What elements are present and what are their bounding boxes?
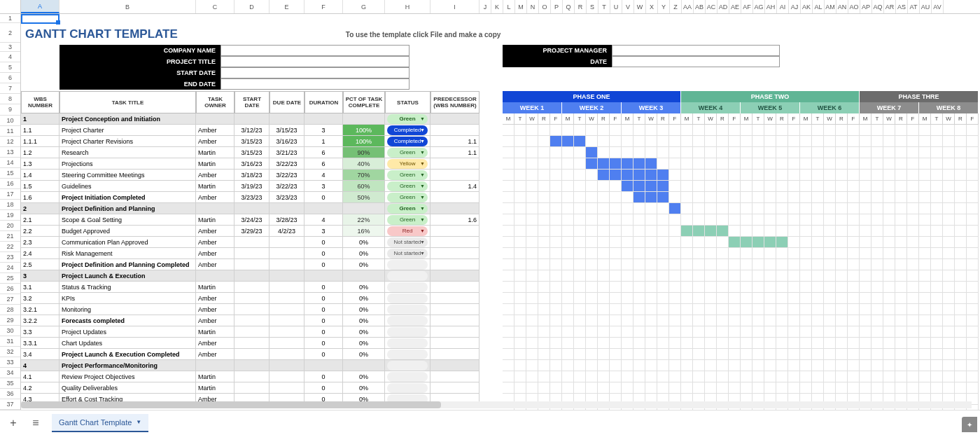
cell-start[interactable]: 3/24/23 [234,214,270,226]
gantt-cell[interactable] [836,360,848,371]
column-header[interactable]: AH [765,0,777,13]
gantt-cell[interactable] [610,315,622,326]
gantt-cell[interactable] [693,214,705,226]
gantt-cell[interactable] [741,282,752,293]
gantt-cell[interactable] [800,214,812,226]
cell-predecessor[interactable] [430,226,479,237]
cell-owner[interactable]: Amber [196,237,234,248]
gantt-cell[interactable] [729,293,741,304]
gantt-cell[interactable] [872,371,883,382]
gantt-cell[interactable] [622,248,634,259]
gantt-cell[interactable] [919,315,931,326]
gantt-cell[interactable] [752,270,764,282]
row-header[interactable]: 2 [0,23,20,43]
gantt-cell[interactable] [598,203,610,214]
cell-start[interactable] [234,326,270,338]
gantt-cell[interactable] [943,259,955,270]
gantt-cell[interactable] [669,360,681,371]
gantt-cell[interactable] [586,382,598,394]
status-pill[interactable]: ▼ [387,260,428,270]
gantt-cell[interactable] [824,326,836,338]
gantt-cell[interactable] [514,293,526,304]
gantt-cell[interactable] [705,270,717,282]
column-header[interactable]: AD [718,0,729,13]
gantt-cell[interactable] [562,282,574,293]
dropdown-caret-icon[interactable]: ▼ [420,307,425,312]
gantt-cell[interactable] [848,349,860,360]
gantt-cell[interactable] [741,136,752,147]
row-header[interactable]: 16 [0,179,20,189]
gantt-cell[interactable] [860,304,872,315]
gantt-cell[interactable] [645,259,657,270]
gantt-cell[interactable] [681,181,693,192]
cell-wbs[interactable]: 1.3 [21,158,59,170]
gantt-cell[interactable] [907,259,919,270]
cell-title[interactable]: Quality Deliverables [59,382,196,394]
gantt-cell[interactable] [705,181,717,192]
gantt-cell[interactable] [919,248,931,259]
table-row[interactable]: 3.3Project UpdatesMartin00%▼ [21,326,479,338]
cell-pct[interactable]: 0% [343,371,385,382]
gantt-cell[interactable] [717,338,729,349]
table-row[interactable]: 2.3Communication Plan ApprovedAmber00%No… [21,237,479,248]
cell-wbs[interactable]: 1.5 [21,181,59,192]
gantt-cell[interactable] [574,226,586,237]
gantt-cell[interactable] [800,270,812,282]
gantt-cell[interactable] [955,192,967,203]
gantt-cell[interactable] [800,237,812,248]
status-pill[interactable]: ▼ [387,316,428,326]
gantt-cell[interactable] [848,382,860,394]
gantt-cell[interactable] [514,326,526,338]
gantt-cell[interactable] [776,226,788,237]
cell-owner[interactable] [196,203,234,214]
gantt-cell[interactable] [634,293,645,304]
gantt-cell[interactable] [776,270,788,282]
gantt-cell[interactable] [622,259,634,270]
gantt-cell[interactable] [860,259,872,270]
gantt-cell[interactable] [550,125,562,136]
cell-start[interactable]: 3/15/23 [234,147,270,158]
gantt-cell[interactable] [705,338,717,349]
dropdown-caret-icon[interactable]: ▼ [420,363,425,368]
gantt-cell[interactable] [645,382,657,394]
gantt-cell[interactable] [598,214,610,226]
gantt-cell[interactable] [693,282,705,293]
column-header[interactable]: AC [706,0,718,13]
column-header[interactable]: A [21,0,59,13]
cell-wbs[interactable]: 1 [21,113,59,125]
cell-predecessor[interactable] [430,170,479,181]
gantt-cell[interactable] [729,170,741,181]
gantt-cell[interactable] [955,304,967,315]
gantt-cell[interactable] [860,293,872,304]
gantt-cell[interactable] [919,203,931,214]
cell-due[interactable] [270,282,304,293]
gantt-cell[interactable] [800,282,812,293]
gantt-cell[interactable] [883,136,895,147]
gantt-cell[interactable] [526,248,538,259]
gantt-cell[interactable] [538,226,550,237]
gantt-cell[interactable] [514,360,526,371]
cell-title[interactable]: Research [59,147,196,158]
gantt-cell[interactable] [538,270,550,282]
gantt-cell[interactable] [598,158,610,170]
gantt-cell[interactable] [669,338,681,349]
cell-owner[interactable]: Martin [196,382,234,394]
gantt-cell[interactable] [610,158,622,170]
gantt-cell[interactable] [872,203,883,214]
gantt-cell[interactable] [645,270,657,282]
cell-duration[interactable]: 0 [304,304,343,315]
gantt-cell[interactable] [967,214,979,226]
gantt-cell[interactable] [788,326,800,338]
gantt-cell[interactable] [693,125,705,136]
status-pill[interactable]: ▼ [387,361,428,371]
gantt-cell[interactable] [669,282,681,293]
cell-due[interactable]: 3/22/23 [270,170,304,181]
gantt-cell[interactable] [681,147,693,158]
gantt-cell[interactable] [788,293,800,304]
gantt-cell[interactable] [562,293,574,304]
cell-duration[interactable]: 0 [304,259,343,270]
gantt-cell[interactable] [764,170,776,181]
row-header[interactable]: 9 [0,104,20,115]
gantt-cell[interactable] [788,158,800,170]
gantt-cell[interactable] [776,282,788,293]
